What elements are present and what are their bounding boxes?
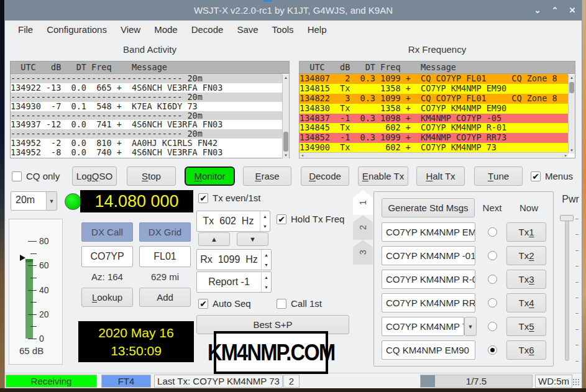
- tx-freq-down-icon[interactable]: ▼: [260, 221, 270, 231]
- last-tx-label: Last Tx: CO7YP KM4NMP 73: [154, 375, 283, 388]
- message-tab-3[interactable]: 3: [353, 240, 373, 265]
- erase-button[interactable]: Erase: [243, 166, 291, 186]
- menu-item-mode[interactable]: Mode: [147, 22, 185, 37]
- tx-freq-spinner[interactable]: Tx 602 Hz ▲▼: [196, 211, 270, 232]
- tx-message-field-6[interactable]: CQ KM4NMP EM90: [382, 340, 475, 360]
- table-row[interactable]: 134852 -1 0.3 1099 + KM4NMP CO7YP RR73: [300, 133, 568, 143]
- pwr-slider-track[interactable]: [565, 216, 569, 361]
- table-row[interactable]: 134845 Tx 602 + CO7YP KM4NMP R-01: [300, 123, 568, 133]
- table-row[interactable]: 134830 Tx 1358 + CO7YP KM4NMP EM90: [300, 104, 568, 114]
- close-icon[interactable]: ✕: [568, 6, 577, 15]
- rx-frequency-hscrollbar[interactable]: ◂▸: [300, 152, 568, 157]
- minimize-icon[interactable]: ⌄: [533, 6, 542, 15]
- auto-seq-checkbox[interactable]: ✔Auto Seq: [198, 298, 251, 309]
- tx-down-button[interactable]: ▼: [237, 232, 268, 246]
- menu-item-view[interactable]: View: [114, 22, 147, 37]
- menu-item-decode[interactable]: Decode: [185, 22, 231, 37]
- table-row[interactable]: 134807 2 0.3 1099 + CQ CO7YP FL01 CQ Zon…: [300, 74, 568, 84]
- menus-checkbox[interactable]: ✔ Menus: [531, 171, 573, 181]
- azimuth-label: Az: 164: [81, 271, 133, 282]
- table-row[interactable]: 134837 -1 0.3 1098 + KM4NMP CO7YP -05: [300, 114, 568, 124]
- table-row[interactable]: 134937 -12 0.0 741 + 4S6NCH VE3RFA FN03: [11, 120, 282, 129]
- cq-only-checkbox[interactable]: CQ only: [12, 171, 60, 181]
- menu-item-configurations[interactable]: Configurations: [40, 22, 114, 37]
- resize-grip-icon[interactable]: [572, 378, 580, 386]
- tx-message-field-3[interactable]: CO7YP KM4NMP R-01: [382, 270, 475, 289]
- band-activity-scrollbar[interactable]: ▲ ▼: [282, 75, 289, 158]
- maximize-icon[interactable]: ⌃: [551, 6, 559, 15]
- tx-message-field-5[interactable]: CO7YP KM4NMP 73: [382, 317, 464, 336]
- rx-freq-spinner[interactable]: Rx 1099 Hz ▲▼: [196, 249, 272, 270]
- halt-tx-button[interactable]: Halt Tx: [416, 166, 465, 186]
- frequency-display[interactable]: 14.080 000: [80, 190, 193, 212]
- meter-tick: [28, 339, 37, 339]
- band-activity-body[interactable]: ---------------------------------- 20m13…: [11, 74, 282, 157]
- tx-message-field-1[interactable]: CO7YP KM4NMP EM90: [382, 222, 475, 242]
- add-button[interactable]: Add: [139, 288, 191, 307]
- tx-2-button[interactable]: Tx 2: [506, 246, 546, 265]
- tx-6-button[interactable]: Tx 6: [506, 340, 546, 360]
- next-radio-2[interactable]: [488, 251, 497, 260]
- next-radio-3[interactable]: [488, 275, 497, 284]
- report-spinner[interactable]: Report -1 ▲▼: [196, 271, 272, 293]
- band-select[interactable]: 20m ▼: [11, 191, 57, 211]
- pwr-tick: [575, 361, 579, 362]
- log-qso-button[interactable]: Log QSO: [72, 166, 117, 186]
- next-radio-5[interactable]: [488, 322, 497, 331]
- table-row[interactable]: 134815 Tx 1358 + CO7YP KM4NMP EM90: [300, 84, 568, 94]
- table-row[interactable]: 134900 Tx 602 + CO7YP KM4NMP 73: [300, 143, 568, 153]
- menu-item-help[interactable]: Help: [301, 22, 334, 37]
- rx-freq-down-icon[interactable]: ▼: [262, 260, 271, 270]
- titlebar[interactable]: WSJT-X v2.2.0-rc1 by K1JT, G4WJS, and K9…: [5, 0, 582, 21]
- tx-message-field-4[interactable]: CO7YP KM4NMP RR73: [382, 293, 475, 312]
- cq-only-checkbox-box[interactable]: [12, 171, 22, 181]
- decode-button[interactable]: Decode: [301, 166, 349, 186]
- lookup-button[interactable]: Lookup: [81, 288, 133, 307]
- table-row[interactable]: 134922 -13 0.0 665 + 4S6NCH VE3RFA FN03: [11, 83, 282, 93]
- generate-std-msgs-button[interactable]: Generate Std Msgs: [382, 198, 475, 217]
- next-radio-1[interactable]: [488, 227, 497, 237]
- pwr-slider-handle[interactable]: [560, 215, 574, 221]
- table-row[interactable]: 134952 -8 0.0 740 + 4S6NCH VE3RFA FN03: [11, 148, 282, 157]
- table-row[interactable]: ---------------------------------- 20m: [11, 93, 282, 102]
- table-row[interactable]: 134952 -2 0.0 810 + AA0HJ KC1RLS FN42: [11, 139, 282, 148]
- message-tab-2[interactable]: 2: [353, 215, 373, 240]
- table-row[interactable]: ---------------------------------- 20m: [11, 129, 282, 139]
- table-row[interactable]: ---------------------------------- 20m: [11, 74, 282, 83]
- dx-grid-field[interactable]: FL01: [139, 246, 191, 267]
- pwr-tick: [575, 298, 579, 298]
- rx-frequency-scrollbar[interactable]: ▲ ▼: [568, 75, 575, 153]
- menu-item-tools[interactable]: Tools: [265, 22, 301, 37]
- enable-tx-button[interactable]: Enable Tx: [358, 166, 408, 186]
- monitor-button[interactable]: Monitor: [185, 166, 235, 186]
- meter-tick: [30, 326, 37, 327]
- band-select-arrow-icon[interactable]: ▼: [46, 192, 57, 210]
- tx-4-button[interactable]: Tx 4: [506, 293, 546, 312]
- rx-freq-up-icon[interactable]: ▲: [262, 250, 271, 260]
- report-down-icon[interactable]: ▼: [262, 282, 271, 292]
- report-up-icon[interactable]: ▲: [262, 272, 271, 282]
- stop-button[interactable]: Stop: [127, 166, 176, 186]
- hold-tx-freq-checkbox[interactable]: ✔Hold Tx Freq: [277, 214, 344, 224]
- next-radio-6[interactable]: [488, 345, 497, 355]
- dx-call-field[interactable]: CO7YP: [81, 246, 133, 267]
- menus-checkbox-box[interactable]: ✔: [531, 171, 541, 181]
- message-tab-1[interactable]: 1: [353, 190, 373, 215]
- menu-item-save[interactable]: Save: [230, 22, 265, 37]
- tx-up-button[interactable]: ▲: [198, 232, 230, 246]
- tx-1-button[interactable]: Tx 1: [506, 222, 546, 242]
- tx-freq-up-icon[interactable]: ▲: [260, 211, 270, 221]
- tx-3-button[interactable]: Tx 3: [506, 270, 546, 289]
- tx-message-combo-arrow-icon[interactable]: ▼: [464, 317, 477, 336]
- next-radio-4[interactable]: [488, 298, 497, 308]
- call-1st-checkbox[interactable]: Call 1st: [277, 298, 322, 309]
- tx-5-button[interactable]: Tx 5: [506, 317, 546, 336]
- tx-message-field-2[interactable]: CO7YP KM4NMP -01: [382, 246, 475, 265]
- table-row[interactable]: 134822 3 0.3 1099 + CQ CO7YP FL01 CQ Zon…: [300, 94, 568, 104]
- table-row[interactable]: 134930 -7 0.1 548 + K7EA KI6DY 73: [11, 102, 282, 111]
- menu-item-file[interactable]: File: [11, 22, 40, 37]
- tx-even-checkbox[interactable]: ✔Tx even/1st: [198, 193, 261, 203]
- rx-frequency-body[interactable]: 134807 2 0.3 1099 + CQ CO7YP FL01 CQ Zon…: [300, 74, 568, 153]
- tune-button[interactable]: Tune: [474, 166, 523, 186]
- table-row[interactable]: ---------------------------------- 20m: [11, 111, 282, 121]
